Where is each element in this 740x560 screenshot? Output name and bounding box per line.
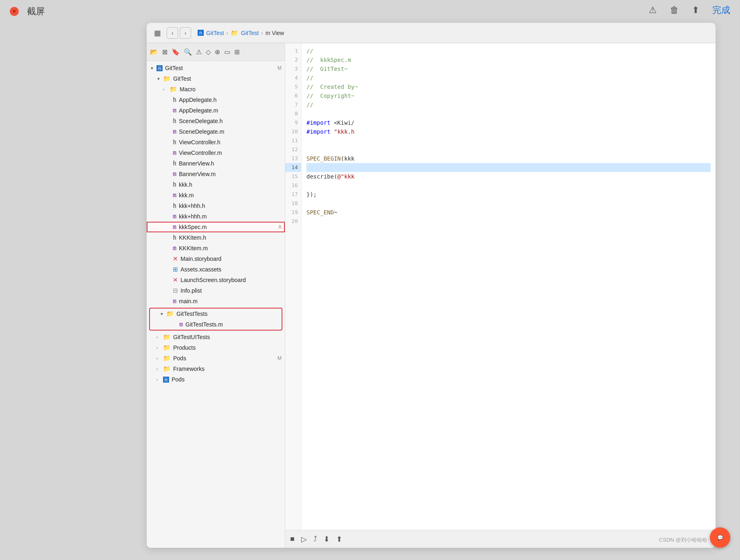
error-nav-icon[interactable]: ⊠ [162,48,167,56]
macro-label: Macro [180,86,282,93]
kkkitem-m[interactable]: › m KKKItem.m [147,243,285,254]
expand-arrow: ▼ [150,66,155,71]
step-up-icon[interactable]: ⬆ [336,535,342,544]
appdelegate-h[interactable]: › h AppDelegate.h [147,95,285,105]
viewcontroller-h[interactable]: › h ViewController.h [147,137,285,148]
m-icon: m [173,192,176,199]
gittestu-itests-group[interactable]: › 📁 GitTestUITests [147,332,285,342]
main-storyboard[interactable]: › ✕ Main.storyboard [147,254,285,264]
line-num-3: 3 [285,64,301,73]
search-nav-icon[interactable]: 🔍 [184,48,192,56]
macro-group[interactable]: › 📁 Macro [147,84,285,95]
scenedelegate-h[interactable]: › h SceneDelegate.h [147,116,285,126]
warning-nav-icon[interactable]: ⚠ [196,48,202,56]
share-icon[interactable]: ⬆ [692,5,699,15]
file-label: KKKItem.m [179,245,282,251]
project2-icon: 🅰 [163,376,169,383]
code-line-10: #import "kkk.h [306,127,711,136]
breadcrumb-child[interactable]: GitTest [241,30,259,36]
pods-group[interactable]: › 📁 Pods M [147,353,285,364]
file-label: LaunchScreen.storyboard [181,277,282,283]
done-button[interactable]: 完成 [712,4,730,16]
project-root[interactable]: ▼ 🅰 GitTest M [147,63,285,73]
folder-icon: 📁 [163,333,171,341]
code-content[interactable]: // // kkkSpec.m // GitTest~ // // Create… [302,43,716,530]
line-num-18: 18 [285,199,301,208]
trash-icon[interactable]: 🗑 [670,5,679,15]
code-line-8 [306,109,711,118]
folder-nav-icon[interactable]: 📂 [150,48,158,56]
line-num-15: 15 [285,172,301,181]
h-icon: h [173,181,176,188]
breadcrumb-root[interactable]: GitTest [206,30,224,36]
forward-button[interactable]: › [180,27,191,39]
code-line-18 [306,199,711,208]
pods2-group[interactable]: › 🅰 Pods [147,374,285,385]
kkk-hhh-h[interactable]: › h kkk+hhh.h [147,201,285,211]
bannerview-m[interactable]: › m BannerView.m [147,169,285,179]
grid-icon[interactable]: ▦ [152,27,163,39]
diff-nav-icon[interactable]: ⊕ [215,48,220,56]
kkk-hhh-m[interactable]: › m kkk+hhh.m [147,211,285,222]
grid-nav-icon[interactable]: ⊞ [234,48,240,56]
kkkitem-h[interactable]: › h KKKItem.h [147,232,285,243]
breadcrumb-separator-2: › [261,30,263,36]
folder-icon: 📁 [163,365,171,373]
alert-icon[interactable]: ⚠ [649,5,657,15]
run-solid-icon[interactable]: ■ [290,535,295,543]
line-num-7: 7 [285,100,301,109]
close-button[interactable]: ✕ [10,7,19,16]
ide-body: 📂 ⊠ 🔖 🔍 ⚠ ◇ ⊕ ▭ ⊞ ▼ 🅰 GitTest M [147,43,716,548]
code-line-14 [306,163,711,172]
gitteststests-group[interactable]: ▼ 📁 GitTestTests [150,309,282,319]
step-over-icon[interactable]: ▷ [301,535,307,544]
m-icon: m [173,149,176,157]
launchscreen-storyboard[interactable]: › ✕ LaunchScreen.storyboard [147,275,285,285]
h-icon: h [173,234,176,241]
scenedelegate-m[interactable]: › m SceneDelegate.m [147,126,285,137]
line-num-10: 10 [285,127,301,136]
file-label: kkk+hhh.h [179,203,282,209]
code-line-4: // [306,73,711,82]
ide-toolbar: ▦ ‹ › 🅰 GitTest › 📁 GitTest › m View [147,23,716,43]
h-icon: h [173,139,176,146]
file-label: main.m [179,298,282,304]
kkk-m[interactable]: › m kkk.m [147,190,285,201]
m-icon: m [173,170,176,178]
code-area[interactable]: 1 2 3 4 5 6 7 8 9 10 11 12 13 14 15 16 1 [285,43,716,530]
gittest-group[interactable]: ▼ 📁 GitTest [147,73,285,84]
code-line-20 [306,217,711,226]
filter-nav-icon[interactable]: ◇ [206,48,211,56]
appdelegate-m[interactable]: › m AppDelegate.m [147,105,285,116]
line-num-8: 8 [285,109,301,118]
code-line-12 [306,145,711,154]
gitteststests-m[interactable]: › m GitTestTests.m [150,319,282,330]
csdn-button[interactable]: 💬 [710,527,730,548]
nav-buttons: ‹ › [167,27,191,39]
code-bottom-toolbar: ■ ▷ ⤴ ⬇ ⬆ [285,530,716,548]
storyboard-icon: ✕ [173,255,178,262]
rect-nav-icon[interactable]: ▭ [224,48,230,56]
kkk-h[interactable]: › h kkk.h [147,179,285,190]
kkkspec-m[interactable]: › m kkkSpec.m A [147,222,285,232]
line-num-17: 17 [285,190,301,199]
assets-xcassets[interactable]: › ⊞ Assets.xcassets [147,264,285,275]
products-group[interactable]: › 📁 Products [147,342,285,353]
m-icon: m [173,245,176,252]
step-down-icon[interactable]: ⬇ [324,535,330,544]
bannerview-h[interactable]: › h BannerView.h [147,158,285,169]
file-label: Main.storyboard [181,256,282,262]
m-icon: m [173,223,176,231]
main-m[interactable]: › m main.m [147,296,285,306]
expand-arrow: ▼ [160,312,165,316]
viewcontroller-m[interactable]: › m ViewController.m [147,148,285,158]
back-button[interactable]: ‹ [167,27,178,39]
info-plist[interactable]: › ⊟ Info.plist [147,285,285,296]
bookmark-nav-icon[interactable]: 🔖 [172,48,180,56]
expand-arrow: › [163,87,168,92]
frameworks-group[interactable]: › 📁 Frameworks [147,364,285,374]
file-label: kkk.h [179,181,282,188]
code-line-15: describe(@"kkk [306,172,711,181]
step-in-icon[interactable]: ⤴ [313,535,317,543]
pods-badge: M [278,355,282,361]
